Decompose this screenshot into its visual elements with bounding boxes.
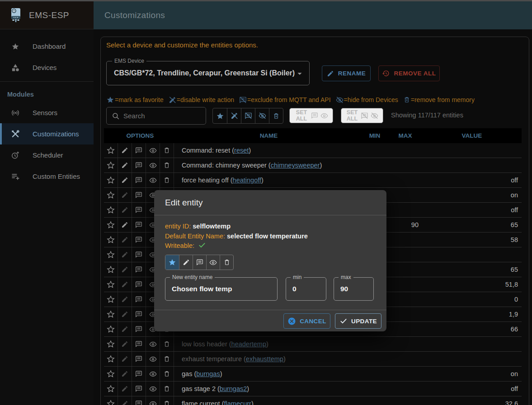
sidebar-item-scheduler[interactable]: Scheduler bbox=[0, 144, 94, 166]
row-note-button[interactable] bbox=[132, 292, 146, 307]
row-pencil-button[interactable] bbox=[118, 262, 132, 277]
row-note-button[interactable] bbox=[132, 367, 146, 381]
row-note-button[interactable] bbox=[132, 337, 146, 351]
search-input[interactable] bbox=[123, 112, 213, 120]
row-trash-button[interactable] bbox=[160, 158, 174, 172]
row-eye-button[interactable] bbox=[146, 143, 160, 158]
row-favorite-star-button[interactable] bbox=[104, 262, 118, 277]
min-field[interactable]: min 0 bbox=[286, 277, 326, 301]
row-pencil-button[interactable] bbox=[118, 277, 132, 292]
row-note-button[interactable] bbox=[132, 188, 146, 202]
row-favorite-star-button[interactable] bbox=[104, 307, 118, 321]
sidebar-item-custom-entities[interactable]: Custom Entities bbox=[0, 166, 94, 187]
row-pencil-button[interactable] bbox=[118, 337, 132, 351]
row-note-button[interactable] bbox=[132, 158, 146, 172]
row-favorite-star-button[interactable] bbox=[104, 382, 118, 396]
row-note-button[interactable] bbox=[132, 352, 146, 366]
row-favorite-star-button[interactable] bbox=[104, 352, 118, 366]
row-pencil-button[interactable] bbox=[118, 396, 132, 405]
entity-link[interactable]: burngas2 bbox=[220, 385, 247, 392]
row-favorite-star-button[interactable] bbox=[104, 396, 118, 405]
entity-link[interactable]: headertemp bbox=[231, 340, 266, 348]
filter-removed-button[interactable] bbox=[269, 108, 283, 123]
row-eye-button[interactable] bbox=[146, 367, 160, 381]
row-favorite-star-button[interactable] bbox=[104, 367, 118, 381]
sidebar-item-dashboard[interactable]: Dashboard bbox=[0, 36, 94, 57]
entity-link[interactable]: flamecurr bbox=[224, 400, 251, 405]
row-trash-button[interactable] bbox=[160, 396, 174, 405]
row-favorite-star-button[interactable] bbox=[104, 292, 118, 307]
row-note-button[interactable] bbox=[132, 203, 146, 217]
toggle-visibility-button[interactable] bbox=[206, 255, 220, 270]
entity-link[interactable]: reset bbox=[234, 147, 249, 154]
row-favorite-star-button[interactable] bbox=[104, 188, 118, 202]
remove-all-button[interactable]: REMOVE ALL bbox=[378, 65, 440, 81]
row-pencil-button[interactable] bbox=[118, 143, 132, 158]
row-pencil-button[interactable] bbox=[118, 247, 132, 262]
row-pencil-button[interactable] bbox=[118, 352, 132, 366]
update-button[interactable]: UPDATE bbox=[335, 313, 381, 329]
row-note-button[interactable] bbox=[132, 307, 146, 321]
row-note-button[interactable] bbox=[132, 233, 146, 247]
max-field[interactable]: max 90 bbox=[334, 277, 374, 301]
entity-link[interactable]: exhausttemp bbox=[246, 355, 283, 363]
cancel-button[interactable]: CANCEL bbox=[283, 313, 330, 329]
row-trash-button[interactable] bbox=[160, 352, 174, 366]
entity-link[interactable]: heatingoff bbox=[233, 177, 261, 184]
row-eye-button[interactable] bbox=[146, 396, 160, 405]
filter-favorite-button[interactable] bbox=[213, 108, 227, 123]
row-eye-button[interactable] bbox=[146, 158, 160, 172]
row-favorite-star-button[interactable] bbox=[104, 322, 118, 336]
entity-link[interactable]: burngas bbox=[196, 370, 220, 377]
row-trash-button[interactable] bbox=[160, 173, 174, 187]
row-note-button[interactable] bbox=[132, 262, 146, 277]
row-note-button[interactable] bbox=[132, 218, 146, 232]
row-favorite-star-button[interactable] bbox=[104, 233, 118, 247]
row-pencil-button[interactable] bbox=[118, 307, 132, 321]
entity-link[interactable]: chimneysweeper bbox=[271, 162, 320, 169]
toggle-delete-button[interactable] bbox=[220, 255, 233, 270]
row-note-button[interactable] bbox=[132, 277, 146, 292]
row-pencil-button[interactable] bbox=[118, 158, 132, 172]
row-trash-button[interactable] bbox=[160, 367, 174, 381]
row-pencil-button[interactable] bbox=[118, 203, 132, 217]
row-note-button[interactable] bbox=[132, 173, 146, 187]
row-note-button[interactable] bbox=[132, 247, 146, 262]
row-pencil-button[interactable] bbox=[118, 322, 132, 336]
row-favorite-star-button[interactable] bbox=[104, 277, 118, 292]
row-trash-button[interactable] bbox=[160, 143, 174, 158]
row-eye-button[interactable] bbox=[146, 382, 160, 396]
filter-write-off-button[interactable] bbox=[227, 108, 241, 123]
sidebar-item-customizations[interactable]: Customizations bbox=[0, 123, 94, 144]
toggle-write-button[interactable] bbox=[179, 255, 193, 270]
row-note-button[interactable] bbox=[132, 143, 146, 158]
row-pencil-button[interactable] bbox=[118, 218, 132, 232]
row-pencil-button[interactable] bbox=[118, 292, 132, 307]
set-all-hide-button[interactable]: SET ALL bbox=[341, 108, 383, 123]
toggle-favorite-button[interactable] bbox=[165, 255, 179, 270]
row-eye-button[interactable] bbox=[146, 337, 160, 351]
new-entity-name-field[interactable]: New entity name Chosen flow temp bbox=[165, 277, 278, 301]
row-trash-button[interactable] bbox=[160, 382, 174, 396]
row-pencil-button[interactable] bbox=[118, 382, 132, 396]
row-trash-button[interactable] bbox=[160, 337, 174, 351]
row-note-button[interactable] bbox=[132, 322, 146, 336]
row-favorite-star-button[interactable] bbox=[104, 158, 118, 172]
ems-device-select[interactable]: EMS Device CBS/GB*72, Trendline, Cerapur… bbox=[106, 61, 310, 85]
filter-hidden-button[interactable] bbox=[255, 108, 269, 123]
rename-button[interactable]: RENAME bbox=[322, 65, 371, 81]
row-favorite-star-button[interactable] bbox=[104, 173, 118, 187]
row-note-button[interactable] bbox=[132, 396, 146, 405]
set-all-show-button[interactable]: SET ALL bbox=[289, 108, 333, 123]
toggle-mqtt-button[interactable] bbox=[193, 255, 206, 270]
row-pencil-button[interactable] bbox=[118, 367, 132, 381]
row-note-button[interactable] bbox=[132, 382, 146, 396]
row-eye-button[interactable] bbox=[146, 352, 160, 366]
row-pencil-button[interactable] bbox=[118, 188, 132, 202]
sidebar-item-devices[interactable]: Devices bbox=[0, 57, 94, 78]
row-pencil-button[interactable] bbox=[118, 173, 132, 187]
row-favorite-star-button[interactable] bbox=[104, 218, 118, 232]
row-eye-button[interactable] bbox=[146, 173, 160, 187]
sidebar-item-sensors[interactable]: Sensors bbox=[0, 102, 94, 123]
search-box[interactable] bbox=[106, 107, 206, 125]
